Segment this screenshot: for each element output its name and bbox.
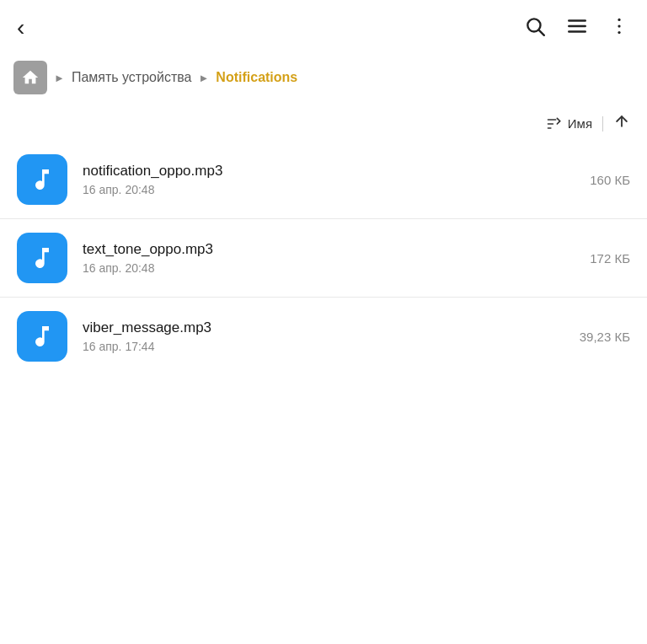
file-list: notification_oppo.mp3 16 апр. 20:48 160 … xyxy=(0,141,647,375)
breadcrumb-arrow-2: ► xyxy=(198,72,209,84)
breadcrumb-current: Notifications xyxy=(216,70,297,85)
sort-direction-icon[interactable] xyxy=(613,113,630,134)
sort-name-label: Имя xyxy=(568,116,592,131)
file-item[interactable]: notification_oppo.mp3 16 апр. 20:48 160 … xyxy=(0,141,647,219)
breadcrumb-arrow-1: ► xyxy=(54,72,65,84)
more-options-icon[interactable] xyxy=(608,15,630,40)
file-size: 39,23 КБ xyxy=(580,330,630,344)
file-date: 16 апр. 17:44 xyxy=(83,340,580,353)
sort-divider xyxy=(602,116,603,131)
top-bar: ‹ xyxy=(0,0,647,49)
home-folder-icon[interactable] xyxy=(13,61,47,94)
file-info: notification_oppo.mp3 16 апр. 20:48 xyxy=(83,163,590,196)
list-view-icon[interactable] xyxy=(566,15,588,40)
file-item[interactable]: text_tone_oppo.mp3 16 апр. 20:48 172 КБ xyxy=(0,219,647,298)
file-name: text_tone_oppo.mp3 xyxy=(83,241,590,258)
file-info: text_tone_oppo.mp3 16 апр. 20:48 xyxy=(83,241,590,275)
file-size: 172 КБ xyxy=(590,251,630,266)
breadcrumb: ► Память устройства ► Notifications xyxy=(0,49,647,106)
breadcrumb-root[interactable]: Память устройства xyxy=(72,70,192,85)
back-button[interactable]: ‹ xyxy=(17,16,24,40)
sort-list-icon xyxy=(546,115,563,132)
file-info: viber_message.mp3 16 апр. 17:44 xyxy=(83,319,580,353)
file-music-icon xyxy=(17,233,67,283)
sort-bar: Имя xyxy=(0,106,647,141)
svg-point-6 xyxy=(618,24,620,27)
file-item[interactable]: viber_message.mp3 16 апр. 17:44 39,23 КБ xyxy=(0,298,647,375)
top-bar-right xyxy=(524,15,630,40)
svg-line-1 xyxy=(539,30,544,35)
file-date: 16 апр. 20:48 xyxy=(83,261,590,275)
file-date: 16 апр. 20:48 xyxy=(83,183,590,196)
svg-point-7 xyxy=(618,31,620,34)
file-size: 160 КБ xyxy=(590,173,630,187)
file-name: viber_message.mp3 xyxy=(83,319,580,336)
svg-point-5 xyxy=(618,19,620,21)
search-icon[interactable] xyxy=(524,15,546,40)
file-music-icon xyxy=(17,311,67,362)
file-music-icon xyxy=(17,154,67,205)
file-name: notification_oppo.mp3 xyxy=(83,163,590,180)
top-bar-left: ‹ xyxy=(17,16,24,40)
sort-label[interactable]: Имя xyxy=(546,115,592,132)
